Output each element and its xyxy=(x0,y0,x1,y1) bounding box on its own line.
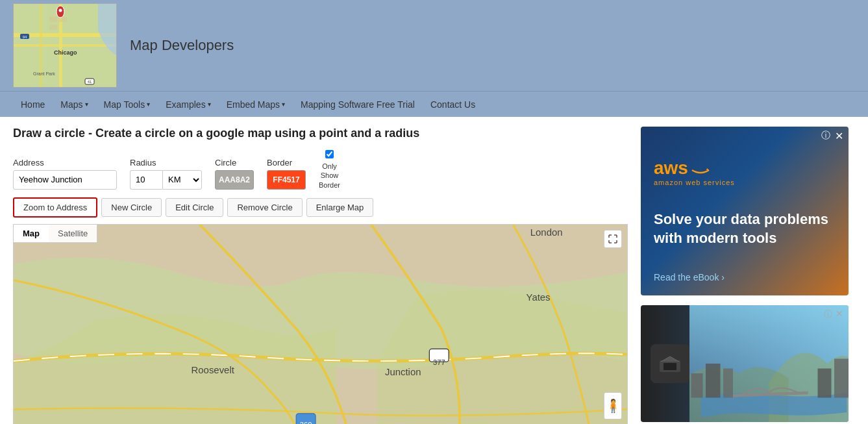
radius-label: Radius xyxy=(130,158,202,168)
map-tab-bar: Map Satellite xyxy=(14,225,97,243)
aws-logo: aws xyxy=(654,158,836,179)
enlarge-map-button[interactable]: Enlarge Map xyxy=(306,198,374,217)
svg-text:377: 377 xyxy=(433,358,445,366)
svg-point-11 xyxy=(59,9,62,12)
svg-text:Roosevelt: Roosevelt xyxy=(192,364,235,375)
fullscreen-icon xyxy=(608,234,618,244)
border-group: Border FF4517 xyxy=(267,158,306,190)
radius-unit-select[interactable]: KM Miles xyxy=(162,170,202,190)
nav-mapping-software[interactable]: Mapping Software Free Trial xyxy=(293,92,423,118)
second-ad-image xyxy=(689,305,849,422)
sidebar: ⓘ ✕ aws amazon web services Solve your d… xyxy=(641,127,855,424)
zoom-to-address-button[interactable]: Zoom to Address xyxy=(13,197,97,218)
radius-group: Radius KM Miles xyxy=(130,158,202,190)
cityscape-icon xyxy=(689,305,849,422)
svg-text:Grant Park: Grant Park xyxy=(33,71,55,76)
radius-input[interactable] xyxy=(130,170,162,190)
address-label: Address xyxy=(13,158,117,168)
svg-text:41: 41 xyxy=(88,80,92,84)
svg-rect-29 xyxy=(663,363,676,370)
nav-embed-maps[interactable]: Embed Maps ▾ xyxy=(219,92,293,118)
aws-cta-link[interactable]: Read the eBook › xyxy=(654,272,836,282)
edit-circle-button[interactable]: Edit Circle xyxy=(166,198,223,217)
form-row: Address Radius KM Miles Circle AAA8A2 xyxy=(13,150,628,190)
nav-maps-arrow: ▾ xyxy=(85,92,88,118)
nav-maptools-arrow: ▾ xyxy=(147,92,150,118)
second-ad-content xyxy=(641,305,849,422)
main-content: Draw a circle - Create a circle on a goo… xyxy=(0,117,868,424)
address-group: Address xyxy=(13,158,117,190)
second-ad: ⓘ ✕ xyxy=(641,305,849,422)
nav-examples[interactable]: Examples ▾ xyxy=(158,92,218,118)
nav-examples-arrow: ▾ xyxy=(208,92,211,118)
nav-map-tools[interactable]: Map Tools ▾ xyxy=(96,92,158,118)
svg-text:London: London xyxy=(530,227,563,238)
only-show-border-text: OnlyShowBorder xyxy=(319,162,340,190)
svg-text:83: 83 xyxy=(418,225,426,225)
site-title: Map Developers xyxy=(130,37,234,54)
map-fullscreen-button[interactable] xyxy=(604,230,622,248)
border-color-swatch[interactable]: FF4517 xyxy=(267,170,306,190)
second-ad-info[interactable]: ⓘ xyxy=(824,308,832,320)
only-show-border-checkbox[interactable] xyxy=(325,150,334,158)
svg-rect-35 xyxy=(834,359,849,398)
svg-rect-2 xyxy=(14,44,117,47)
tab-map[interactable]: Map xyxy=(14,225,49,242)
street-view-button[interactable]: 🧍 xyxy=(604,392,622,419)
tab-satellite[interactable]: Satellite xyxy=(49,225,97,242)
remove-circle-button[interactable]: Remove Circle xyxy=(227,198,302,217)
svg-text:94: 94 xyxy=(23,35,27,39)
aws-ad-content: ⓘ ✕ aws amazon web services Solve your d… xyxy=(641,127,849,295)
content-area: Draw a circle - Create a circle on a goo… xyxy=(13,127,628,424)
new-circle-button[interactable]: New Circle xyxy=(101,198,162,217)
nav-contact-us[interactable]: Contact Us xyxy=(423,92,483,118)
buttons-row: Zoom to Address New Circle Edit Circle R… xyxy=(13,197,628,218)
border-label: Border xyxy=(267,158,306,168)
aws-tagline: amazon web services xyxy=(654,179,836,186)
page-title: Draw a circle - Create a circle on a goo… xyxy=(13,127,628,140)
svg-rect-32 xyxy=(706,364,721,398)
svg-rect-7 xyxy=(49,25,57,30)
header-map-thumbnail: Chicago Grant Park 94 41 xyxy=(13,3,117,88)
svg-text:360: 360 xyxy=(300,421,312,424)
nav-embed-arrow: ▾ xyxy=(282,92,285,118)
svg-text:Chicago: Chicago xyxy=(54,49,77,56)
address-input[interactable] xyxy=(13,170,117,190)
map-svg: 83 377 360 London Yates Roosevelt Juncti… xyxy=(14,225,627,424)
second-ad-logo xyxy=(651,344,689,383)
second-ad-brand-icon xyxy=(658,355,682,372)
aws-smile-icon xyxy=(691,162,710,174)
person-icon: 🧍 xyxy=(605,398,621,414)
svg-rect-5 xyxy=(49,17,57,22)
svg-rect-33 xyxy=(723,369,733,398)
circle-group: Circle AAA8A2 xyxy=(215,158,254,190)
ad-info-icon[interactable]: ⓘ xyxy=(821,130,830,142)
map-container[interactable]: 83 377 360 London Yates Roosevelt Juncti… xyxy=(13,224,628,424)
svg-rect-34 xyxy=(818,369,832,398)
circle-color-swatch[interactable]: AAA8A2 xyxy=(215,170,254,190)
svg-rect-31 xyxy=(691,373,703,398)
aws-headline: Solve your data problems with modern too… xyxy=(654,210,836,247)
svg-text:Yates: Yates xyxy=(527,292,551,303)
nav-home[interactable]: Home xyxy=(13,92,53,118)
navigation: Home Maps ▾ Map Tools ▾ Examples ▾ Embed… xyxy=(0,91,868,117)
second-ad-close[interactable]: ✕ xyxy=(836,308,843,319)
ad-close-button[interactable]: ✕ xyxy=(835,130,843,142)
only-show-border-group: OnlyShowBorder xyxy=(319,150,340,190)
header: Chicago Grant Park 94 41 Map Developers xyxy=(0,0,868,91)
circle-label: Circle xyxy=(215,158,254,168)
svg-text:Junction: Junction xyxy=(385,366,421,377)
aws-ad: ⓘ ✕ aws amazon web services Solve your d… xyxy=(641,127,849,295)
nav-maps[interactable]: Maps ▾ xyxy=(53,92,95,118)
